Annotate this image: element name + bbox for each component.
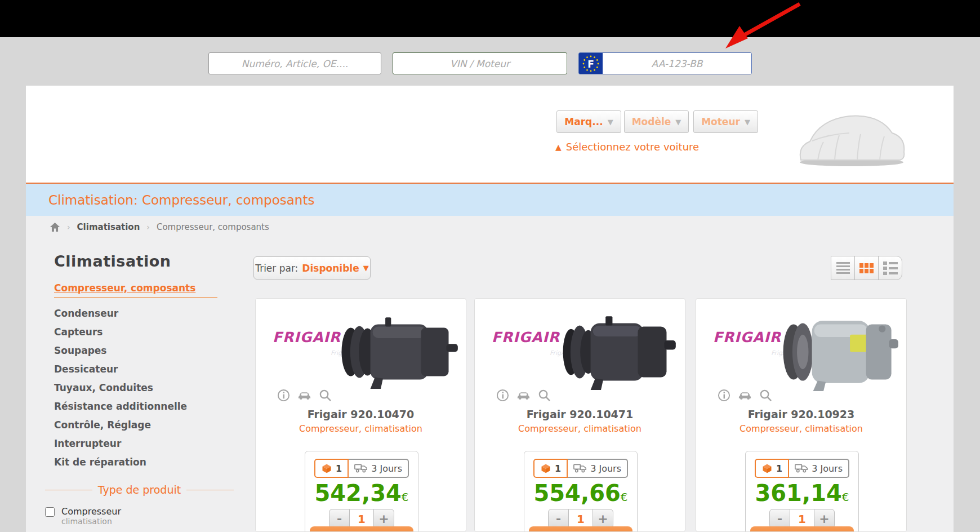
sidebar-item-resistance[interactable]: Résistance additionnelle [54,401,223,412]
list-view-button[interactable] [831,256,855,280]
sidebar-item-soupapes[interactable]: Soupapes [54,345,223,356]
breadcrumb-category[interactable]: Climatisation [77,222,140,232]
chevron-down-icon: ▼ [363,264,369,272]
stock-chip: 1 [533,459,568,478]
add-to-cart-button[interactable] [529,526,632,532]
top-black-bar [0,0,980,37]
select-vehicle-hint: ▲ Sélectionnez votre voiture [555,141,699,153]
chevron-down-icon: ▼ [745,118,750,126]
car-compatibility-icon[interactable] [738,389,751,402]
delivery-time: 3 Jours [590,463,621,474]
breadcrumb-current: Compresseur, composants [157,222,269,232]
filter-option-label[interactable]: Compresseur climatisation [61,506,121,526]
delivery-chip: 3 Jours [789,459,849,478]
card-action-icons [277,389,332,402]
sidebar-item-interrupteur[interactable]: Interrupteur [54,438,223,449]
category-banner-title: Climatisation: Compresseur, composants [48,193,314,207]
quantity-value[interactable]: 1 [790,509,814,529]
zoom-search-icon[interactable] [759,389,772,402]
vin-search-input[interactable] [393,52,567,74]
quantity-stepper: - 1 + [305,509,418,529]
sidebar-item-compresseur-active[interactable]: Compresseur, composants [54,282,217,298]
covered-car-image [795,106,908,168]
compresseur-filter-checkbox[interactable] [45,507,55,517]
license-plate-field[interactable]: F [578,52,752,74]
package-icon [761,463,773,474]
package-icon [540,463,551,474]
engine-dropdown[interactable]: Moteur ▼ [693,110,758,133]
plate-country-letter: F [587,59,594,70]
product-subtitle[interactable]: Compresseur, climatisation [696,423,906,434]
package-icon [321,463,332,474]
quantity-increase-button[interactable]: + [814,509,835,529]
sort-dropdown[interactable]: Trier par: Disponible ▼ [253,256,371,280]
car-compatibility-icon[interactable] [517,389,530,402]
quantity-increase-button[interactable]: + [373,509,394,529]
quantity-decrease-button[interactable]: - [329,509,350,529]
sidebar-item-dessicateur[interactable]: Dessicateur [54,363,223,375]
quantity-decrease-button[interactable]: - [548,509,569,529]
quantity-value[interactable]: 1 [350,509,373,529]
product-image[interactable] [548,311,680,393]
truck-icon [795,463,808,473]
breadcrumb: › Climatisation › Compresseur, composant… [50,222,269,232]
buy-box: 1 3 Jours 361,14€ - 1 + [745,451,859,532]
stock-count: 1 [555,463,561,474]
info-icon[interactable] [277,389,290,402]
price: 542,34€ [305,481,418,506]
currency-symbol: € [402,490,409,504]
grid-view-button[interactable] [854,256,879,280]
stock-count: 1 [776,463,782,474]
product-title[interactable]: Frigair 920.10923 [696,408,906,420]
quantity-stepper: - 1 + [524,509,637,529]
product-subtitle[interactable]: Compresseur, climatisation [475,423,685,434]
brand-dropdown[interactable]: Marq... ▼ [556,110,621,133]
plate-number-input[interactable] [603,53,751,74]
add-to-cart-button[interactable] [750,526,854,532]
product-subtitle[interactable]: Compresseur, climatisation [256,423,466,434]
sidebar-item-tuyaux[interactable]: Tuyaux, Conduites [54,382,223,393]
delivery-time: 3 Jours [812,463,843,474]
currency-symbol: € [842,490,849,504]
view-toggle-group [831,256,902,280]
product-type-filter-title: Type de produit [45,484,234,496]
filter-option-row: Compresseur climatisation [45,506,223,526]
detail-view-button[interactable] [878,256,902,280]
sidebar-item-capteurs[interactable]: Capteurs [54,326,223,338]
model-dropdown[interactable]: Modèle ▼ [624,110,689,133]
sidebar-item-condenseur[interactable]: Condenseur [54,308,223,319]
detail-view-icon [883,261,898,275]
chevron-down-icon: ▼ [675,118,681,126]
availability-row: 1 3 Jours [746,459,858,478]
brand-dropdown-label: Marq... [564,116,603,127]
product-title[interactable]: Frigair 920.10470 [256,408,466,420]
add-to-cart-button[interactable] [310,526,413,532]
product-image[interactable] [769,311,902,393]
sort-label: Trier par: [255,263,298,274]
truck-icon [573,463,587,473]
product-title[interactable]: Frigair 920.10471 [475,408,685,420]
quantity-increase-button[interactable]: + [593,509,613,529]
currency-symbol: € [621,490,628,504]
info-icon[interactable] [718,389,730,402]
card-action-icons [718,389,772,402]
car-compatibility-icon[interactable] [298,389,311,402]
search-input[interactable] [208,52,381,74]
info-icon[interactable] [496,389,509,402]
zoom-search-icon[interactable] [319,389,332,402]
sidebar: Climatisation Compresseur, composants Co… [54,252,223,526]
home-icon[interactable] [50,222,60,232]
price: 554,66€ [524,481,637,506]
zoom-search-icon[interactable] [538,389,551,402]
sidebar-item-kit-reparation[interactable]: Kit de réparation [54,456,223,468]
quantity-decrease-button[interactable]: - [769,509,790,529]
sidebar-title: Climatisation [54,252,223,270]
category-banner: Climatisation: Compresseur, composants [26,183,954,216]
product-image[interactable] [329,311,461,393]
breadcrumb-separator: › [146,223,150,232]
availability-row: 1 3 Jours [305,459,418,478]
sidebar-item-controle[interactable]: Contrôle, Réglage [54,419,223,431]
delivery-chip: 3 Jours [349,459,409,478]
quantity-value[interactable]: 1 [569,509,593,529]
model-dropdown-label: Modèle [632,116,671,127]
